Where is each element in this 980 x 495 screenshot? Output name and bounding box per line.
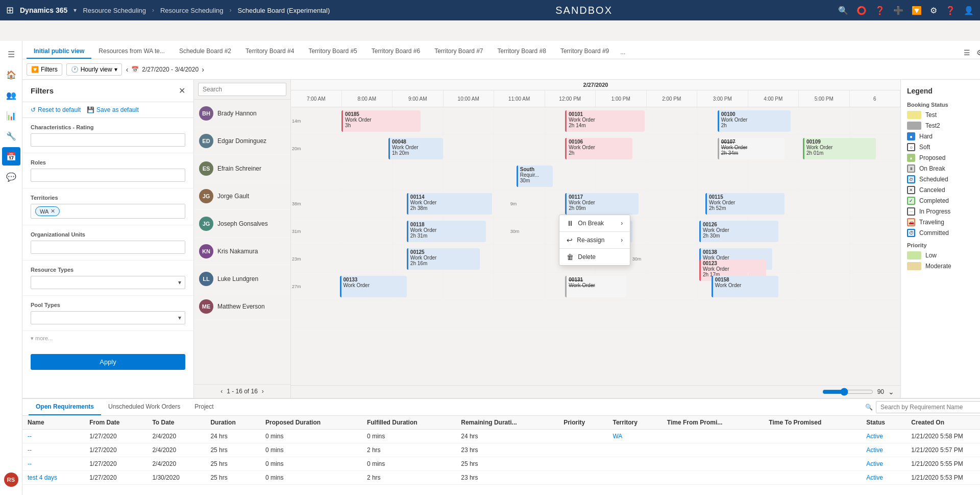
tab-territory-board-4[interactable]: Territory Board #4 — [238, 44, 301, 59]
booking-00117[interactable]: 00117 Work Order 2h 09m — [565, 193, 638, 215]
tab-open-requirements[interactable]: Open Requirements — [29, 399, 101, 415]
sidebar-icon-home[interactable]: 🏠 — [2, 65, 20, 84]
territory-tag-remove[interactable]: ✕ — [51, 208, 55, 215]
tab-territory-board-8[interactable]: Territory Board #8 — [491, 44, 553, 59]
filter-nav-icon[interactable]: 🔽 — [912, 6, 922, 15]
booking-00048[interactable]: 00048 Work Order 1h 20m — [388, 138, 443, 159]
sidebar-icon-field-service[interactable]: 🔧 — [2, 127, 20, 145]
row-0-name[interactable]: -- — [28, 433, 32, 440]
booking-00125[interactable]: 00125 Work Order 2h 16m — [407, 248, 480, 270]
row-0-territory[interactable]: WA — [612, 433, 622, 440]
characteristics-input[interactable] — [31, 133, 185, 147]
resource-avatar-1: ED — [199, 134, 213, 148]
board-settings-icon[interactable]: ⚙ — [973, 46, 980, 59]
filter-roles: Roles — [22, 153, 193, 188]
nav-link-2[interactable]: Resource Scheduling — [160, 7, 224, 14]
help-icon[interactable]: ❓ — [875, 6, 885, 15]
resource-row-4[interactable]: JG Joseph Gonsalves — [194, 210, 290, 238]
context-menu-on-break[interactable]: ⏸ On Break › — [559, 215, 630, 231]
tab-initial-public-view[interactable]: Initial public view — [27, 44, 91, 59]
new-icon[interactable]: ➕ — [893, 6, 903, 15]
prev-date-icon[interactable]: ‹ — [126, 65, 129, 74]
booking-00126[interactable]: 00126 Work Order 2h 30m — [699, 221, 778, 242]
sidebar-icon-calendar[interactable]: 📅 — [2, 147, 20, 166]
row-0-fulfilled: 0 mins — [362, 430, 456, 443]
tab-more[interactable]: ... — [616, 45, 629, 59]
bottom-search-input[interactable] — [876, 401, 980, 413]
resource-row-3[interactable]: JG Jorge Gault — [194, 182, 290, 210]
tab-territory-board-9[interactable]: Territory Board #9 — [553, 44, 616, 59]
row-2-name[interactable]: -- — [28, 460, 32, 467]
resource-search-input[interactable] — [198, 83, 286, 96]
roles-input[interactable] — [31, 169, 185, 182]
context-menu-delete[interactable]: 🗑 Delete — [559, 248, 630, 265]
sidebar-icon-menu[interactable]: ☰ — [2, 45, 20, 63]
bottom-table-wrap: Name From Date To Date Duration Proposed… — [22, 416, 980, 495]
booking-00118[interactable]: 00118 Work Order 2h 31m — [407, 221, 486, 242]
hourly-view-label: Hourly view — [81, 66, 112, 73]
app-grid-icon[interactable]: ⊞ — [6, 5, 14, 16]
filter-close-button[interactable]: ✕ — [179, 86, 185, 96]
apply-button[interactable]: Apply — [31, 354, 185, 370]
booking-00106[interactable]: 00106 Work Order 2h — [565, 138, 632, 159]
resource-prev-icon[interactable]: ‹ — [220, 388, 223, 395]
brand-chevron-icon[interactable]: ▾ — [74, 7, 77, 14]
resource-types-select[interactable] — [31, 276, 185, 289]
user-avatar[interactable]: RS — [4, 473, 18, 487]
tab-schedule-board-2[interactable]: Schedule Board #2 — [172, 44, 238, 59]
booking-00107[interactable]: 00107 Work Order 2h 34m — [718, 138, 785, 159]
context-arrow-0: › — [621, 220, 623, 227]
resource-row-2[interactable]: ES Efrain Schreiner — [194, 155, 290, 182]
tab-territory-board-5[interactable]: Territory Board #5 — [301, 44, 364, 59]
nav-link-1[interactable]: Resource Scheduling — [83, 7, 146, 14]
search-nav-icon[interactable]: 🔍 — [838, 6, 848, 15]
next-date-icon[interactable]: › — [202, 65, 204, 74]
booking-00158[interactable]: 00158 Work Order — [712, 276, 778, 297]
left-sidebar: ☰ 🏠 👥 📊 🔧 📅 💬 RS — [0, 41, 22, 495]
booking-00101[interactable]: 00101 Work Order 2h 14m — [565, 110, 644, 132]
booking-00114[interactable]: 00114 Work Order 2h 38m — [407, 193, 492, 215]
booking-south-req[interactable]: South Requir... 30m — [517, 166, 553, 187]
resource-row-6[interactable]: LL Luke Lundgren — [194, 265, 290, 293]
row-1-name[interactable]: -- — [28, 446, 32, 454]
booking-00109[interactable]: 00109 Work Order 2h 01m — [803, 138, 876, 159]
booking-00131[interactable]: 00131 Work Order — [565, 276, 626, 297]
save-default-button[interactable]: 💾 Save as default — [87, 106, 139, 113]
context-menu-reassign[interactable]: ↩ Re-assign › — [559, 231, 630, 248]
org-units-input[interactable] — [31, 241, 185, 254]
reset-default-button[interactable]: ↺ Reset to default — [31, 106, 81, 113]
row-0-status[interactable]: Active — [866, 433, 883, 440]
sidebar-icon-analytics[interactable]: 📊 — [2, 106, 20, 125]
pool-types-select[interactable] — [31, 311, 185, 324]
resource-row-1[interactable]: ED Edgar Dominguez — [194, 127, 290, 155]
help2-icon[interactable]: ❓ — [945, 6, 955, 15]
tab-territory-board-6[interactable]: Territory Board #6 — [364, 44, 427, 59]
resource-row-5[interactable]: KN Kris Nakamura — [194, 238, 290, 265]
tab-unscheduled-work-orders[interactable]: Unscheduled Work Orders — [101, 399, 187, 415]
resource-next-icon[interactable]: › — [262, 388, 264, 395]
booking-00185[interactable]: 00185 Work Order 3h — [341, 110, 421, 132]
filters-button[interactable]: 🔽 Filters — [27, 63, 62, 76]
board-view-icon[interactable]: ☰ — [961, 46, 973, 59]
time-slot-0: 7:00 AM — [291, 90, 342, 107]
row-3-name[interactable]: test 4 days — [28, 474, 57, 481]
sidebar-icon-accounts[interactable]: 👥 — [2, 86, 20, 104]
zoom-slider[interactable] — [822, 388, 873, 396]
chevron-expand-icon[interactable]: ⌄ — [888, 388, 894, 396]
tab-resources-wa[interactable]: Resources from WA te... — [91, 44, 172, 59]
tab-project[interactable]: Project — [187, 399, 220, 415]
row-3-status[interactable]: Active — [866, 474, 883, 481]
sidebar-icon-chat[interactable]: 💬 — [2, 168, 20, 186]
user-icon[interactable]: 👤 — [964, 6, 974, 15]
hourly-view-button[interactable]: 🕐 Hourly view ▾ — [66, 63, 122, 76]
booking-00100[interactable]: 00100 Work Order 2h — [718, 110, 791, 132]
row-1-status[interactable]: Active — [866, 446, 883, 454]
tab-territory-board-7[interactable]: Territory Board #7 — [427, 44, 490, 59]
settings-nav-icon[interactable]: ⚙ — [930, 6, 937, 15]
booking-00115[interactable]: 00115 Work Order 2h 52m — [705, 193, 785, 215]
resource-row-7[interactable]: ME Matthew Everson — [194, 293, 290, 320]
resource-row-0[interactable]: BH Brady Hannon — [194, 100, 290, 127]
booking-00133[interactable]: 00133 Work Order — [340, 276, 407, 297]
row-2-status[interactable]: Active — [866, 460, 883, 467]
feedback-icon[interactable]: ⭕ — [856, 6, 867, 15]
